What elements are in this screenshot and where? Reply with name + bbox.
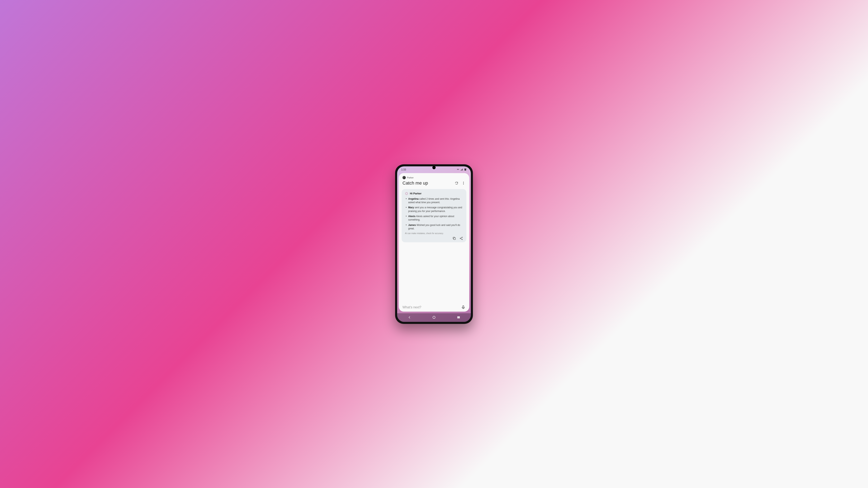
more-options-button[interactable] [461, 181, 466, 185]
summary-item-text: Wished you good luck and said you'll do … [408, 224, 460, 230]
summary-card: Hi Parker Angelina called 2 times and se… [402, 189, 466, 242]
svg-rect-9 [463, 305, 464, 308]
svg-point-6 [462, 237, 462, 237]
contact-name: Alexis [408, 215, 415, 218]
copy-button[interactable] [453, 236, 456, 240]
svg-point-10 [433, 316, 435, 319]
summary-item-text: sent you a message congratulating you an… [408, 206, 462, 213]
summary-item: Angelina called 2 times and sent this: A… [406, 197, 463, 204]
input-placeholder: What's next? [402, 305, 461, 309]
summary-item: James Wished you good luck and said you'… [406, 223, 463, 231]
input-bar[interactable]: What's next? [399, 302, 469, 312]
svg-point-8 [462, 239, 462, 239]
nav-back-button[interactable] [407, 315, 412, 320]
camera-notch [432, 166, 436, 169]
nav-recent-button[interactable] [456, 315, 461, 320]
ai-disclaimer: AI can make mistakes, check for accuracy… [405, 232, 463, 234]
status-time: 1:33 [401, 168, 406, 171]
page-title: Catch me up [402, 181, 428, 186]
svg-rect-5 [454, 238, 456, 239]
share-button[interactable] [459, 236, 463, 240]
avatar [402, 176, 406, 179]
nav-home-button[interactable] [431, 315, 437, 320]
phone-frame: 1:33 Parker Catch me up [395, 164, 473, 324]
summary-item: Mary sent you a message congratulating y… [406, 206, 463, 213]
contact-name: Mary [408, 206, 414, 209]
summary-item: Alexis Alexis asked for your opinion abo… [406, 215, 463, 222]
ai-sparkle-icon [405, 192, 408, 195]
greeting-text: Hi Parker [410, 192, 422, 195]
svg-point-3 [463, 183, 464, 183]
screen: 1:33 Parker Catch me up [397, 166, 471, 322]
svg-point-2 [463, 182, 464, 182]
app-card: Parker Catch me up [399, 173, 469, 312]
wifi-icon [457, 168, 459, 171]
svg-point-7 [460, 238, 461, 238]
svg-point-4 [463, 184, 464, 184]
user-row[interactable]: Parker [402, 176, 466, 179]
microphone-button[interactable] [461, 305, 466, 310]
contact-name: James [408, 224, 416, 227]
battery-icon [464, 168, 467, 171]
card-header: Parker Catch me up [399, 173, 469, 188]
user-name-label: Parker [407, 176, 413, 179]
svg-rect-1 [465, 169, 466, 170]
navigation-bar [397, 313, 471, 322]
summary-list: Angelina called 2 times and sent this: A… [405, 197, 463, 231]
status-icons [457, 168, 467, 171]
contact-name: Angelina [408, 197, 418, 200]
refresh-button[interactable] [455, 181, 459, 185]
signal-icon [460, 168, 463, 171]
